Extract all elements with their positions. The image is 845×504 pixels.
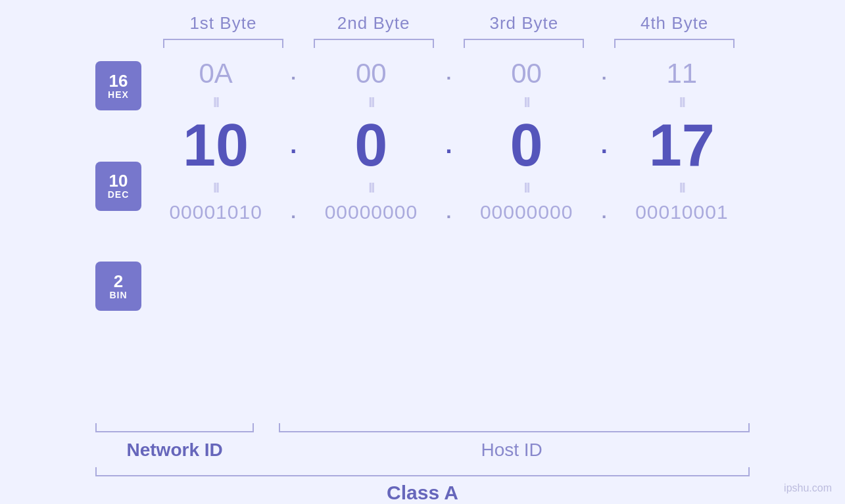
dec-dot-3: . xyxy=(594,131,614,159)
bottom-bracket-left xyxy=(95,423,254,432)
bin-cell-3: 00000000 xyxy=(459,201,594,223)
class-a-section: Class A xyxy=(0,467,845,504)
hex-value-3: 00 xyxy=(511,58,542,89)
bottom-brackets-row xyxy=(95,423,750,436)
top-bracket-1 xyxy=(163,39,283,48)
hex-row: 0A . 00 . 00 . 11 xyxy=(148,58,750,89)
eq1-cell-1: II xyxy=(148,94,283,111)
watermark: ipshu.com xyxy=(784,482,832,494)
main-content: 16 HEX 10 DEC 2 BIN xyxy=(0,58,845,423)
eq2-sign-3: II xyxy=(524,179,529,196)
eq2-cell-2: II xyxy=(303,179,439,196)
bracket-cell-1 xyxy=(148,39,299,48)
eq2-cell-4: II xyxy=(614,179,750,196)
bottom-section: Network ID Host ID xyxy=(0,423,845,461)
main-container: 1st Byte 2nd Byte 3rd Byte 4th Byte 16 H… xyxy=(0,0,845,504)
bracket-cell-3 xyxy=(449,39,600,48)
byte-2-header: 2nd Byte xyxy=(299,13,449,34)
byte-4-header: 4th Byte xyxy=(599,13,750,34)
dec-cell-3: 0 xyxy=(459,116,594,175)
dec-cell-4: 17 xyxy=(614,116,750,175)
hex-badge-number: 16 xyxy=(109,72,128,89)
bin-dot-2: . xyxy=(439,202,459,223)
top-brackets xyxy=(0,39,845,48)
host-id-label: Host ID xyxy=(274,440,750,461)
hex-dot-1: . xyxy=(283,63,303,84)
bracket-cell-4 xyxy=(599,39,750,48)
bottom-dot-spacer xyxy=(254,440,274,461)
hex-cell-3: 00 xyxy=(459,58,594,89)
bin-cell-2: 00000000 xyxy=(303,201,439,223)
hex-badge-wrapper: 16 HEX xyxy=(95,64,148,107)
eq2-sign-4: II xyxy=(679,179,685,196)
eq1-cell-2: II xyxy=(303,94,439,111)
dec-badge-wrapper: 10 DEC xyxy=(95,153,148,219)
dec-cell-1: 10 xyxy=(148,116,283,175)
dec-value-4: 17 xyxy=(649,116,715,175)
data-area: 0A . 00 . 00 . 11 II xyxy=(148,58,750,223)
dec-row: 10 . 0 . 0 . 17 xyxy=(148,116,750,175)
eq1-sign-1: II xyxy=(213,94,218,111)
bin-value-3: 00000000 xyxy=(480,201,573,223)
dec-cell-2: 0 xyxy=(303,116,439,175)
equals-row-2: II II II II xyxy=(148,175,750,201)
bin-cell-4: 00010001 xyxy=(614,201,750,223)
dec-badge-number: 10 xyxy=(109,172,128,189)
network-id-label: Network ID xyxy=(95,440,254,461)
dec-dot-2: . xyxy=(439,131,459,159)
bin-dot-1: . xyxy=(283,202,303,223)
byte-3-header: 3rd Byte xyxy=(449,13,600,34)
bottom-bracket-right xyxy=(279,423,750,432)
badge-column: 16 HEX 10 DEC 2 BIN xyxy=(95,58,148,308)
dec-dot-1: . xyxy=(283,131,303,159)
bin-value-1: 00001010 xyxy=(169,201,262,223)
top-bracket-3 xyxy=(464,39,584,48)
dec-value-1: 10 xyxy=(183,116,249,175)
top-bracket-4 xyxy=(614,39,735,48)
eq2-cell-1: II xyxy=(148,179,283,196)
eq1-sign-4: II xyxy=(679,94,685,111)
dec-badge: 10 DEC xyxy=(95,162,141,211)
bin-badge-label: BIN xyxy=(109,290,127,300)
hex-cell-1: 0A xyxy=(148,58,283,89)
bin-value-4: 00010001 xyxy=(635,201,728,223)
bin-row: 00001010 . 00000000 . 00000000 . 0001000… xyxy=(148,201,750,223)
eq1-sign-2: II xyxy=(368,94,374,111)
hex-value-1: 0A xyxy=(199,58,232,89)
hex-dot-2: . xyxy=(439,63,459,84)
class-a-label: Class A xyxy=(95,482,750,504)
bin-value-2: 00000000 xyxy=(325,201,418,223)
byte-headers: 1st Byte 2nd Byte 3rd Byte 4th Byte xyxy=(0,13,845,34)
dec-value-3: 0 xyxy=(510,116,543,175)
eq1-cell-4: II xyxy=(614,94,750,111)
eq2-cell-3: II xyxy=(459,179,594,196)
bin-badge: 2 BIN xyxy=(95,262,141,311)
bin-cell-1: 00001010 xyxy=(148,201,283,223)
bottom-labels-row: Network ID Host ID xyxy=(95,440,750,461)
hex-cell-4: 11 xyxy=(614,58,750,89)
hex-badge-label: HEX xyxy=(108,89,129,100)
dec-badge-label: DEC xyxy=(108,189,130,200)
bin-badge-wrapper: 2 BIN xyxy=(95,265,148,308)
bracket-cell-2 xyxy=(299,39,449,48)
hex-value-4: 11 xyxy=(667,58,698,89)
eq2-sign-2: II xyxy=(368,179,374,196)
hex-dot-3: . xyxy=(594,63,614,84)
eq1-cell-3: II xyxy=(459,94,594,111)
bin-badge-number: 2 xyxy=(114,273,123,290)
dec-value-2: 0 xyxy=(354,116,387,175)
hex-value-2: 00 xyxy=(356,58,387,89)
eq1-sign-3: II xyxy=(524,94,529,111)
equals-row-1: II II II II xyxy=(148,89,750,116)
byte-1-header: 1st Byte xyxy=(148,13,299,34)
hex-badge: 16 HEX xyxy=(95,61,141,110)
top-bracket-2 xyxy=(314,39,434,48)
class-a-bracket xyxy=(95,467,750,476)
bin-dot-3: . xyxy=(594,202,614,223)
eq2-sign-1: II xyxy=(213,179,218,196)
hex-cell-2: 00 xyxy=(303,58,439,89)
